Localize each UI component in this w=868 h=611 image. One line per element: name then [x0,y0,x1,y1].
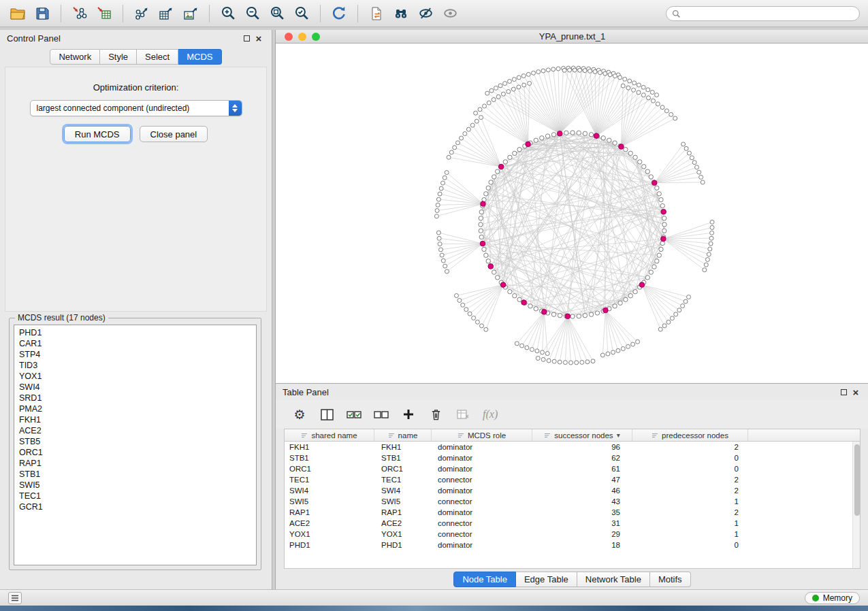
zoom-out-icon[interactable] [240,3,265,24]
network-leaf-node[interactable] [492,98,496,102]
network-leaf-node[interactable] [530,348,534,352]
network-node[interactable] [545,134,549,138]
network-leaf-node[interactable] [496,95,500,99]
close-table-panel-icon[interactable]: × [850,386,862,397]
network-leaf-node[interactable] [546,68,550,72]
column-header-MCDS-role[interactable]: MCDS role [432,429,532,441]
criterion-select[interactable]: largest connected component (undirected) [30,100,242,116]
network-node[interactable] [645,169,649,174]
result-list-item[interactable]: SRD1 [14,393,256,403]
network-node[interactable] [662,222,666,227]
network-node[interactable] [577,131,581,135]
network-leaf-node[interactable] [603,71,607,76]
network-leaf-node[interactable] [536,70,541,74]
network-leaf-node[interactable] [551,67,556,71]
network-leaf-node[interactable] [611,350,615,354]
network-leaf-node[interactable] [470,123,475,127]
network-leaf-node[interactable] [662,324,666,328]
network-node[interactable] [508,290,512,294]
tab-motifs[interactable]: Motifs [650,572,691,587]
network-leaf-node[interactable] [704,263,708,267]
network-leaf-node[interactable] [441,181,445,185]
table-row[interactable]: TEC1TEC1connector472 [285,474,852,485]
network-leaf-node[interactable] [670,316,674,320]
network-dominator-node[interactable] [652,180,658,186]
network-leaf-node[interactable] [677,308,681,312]
open-file-icon[interactable] [5,3,30,24]
tab-edge-table[interactable]: Edge Table [516,572,577,587]
network-node[interactable] [607,138,611,142]
network-node[interactable] [496,276,500,280]
network-node[interactable] [503,160,507,164]
network-leaf-node[interactable] [695,165,699,169]
network-leaf-node[interactable] [535,349,539,353]
network-leaf-node[interactable] [699,175,703,179]
network-leaf-node[interactable] [457,299,462,303]
network-node[interactable] [513,151,517,155]
network-leaf-node[interactable] [489,88,494,93]
network-leaf-node[interactable] [636,340,640,344]
network-node[interactable] [613,141,617,145]
network-leaf-node[interactable] [637,90,641,95]
show-columns-icon[interactable] [319,409,334,420]
network-leaf-node[interactable] [650,90,654,95]
network-leaf-node[interactable] [479,116,483,120]
network-leaf-node[interactable] [494,86,498,90]
network-node[interactable] [662,229,666,233]
network-leaf-node[interactable] [441,259,445,263]
result-list-item[interactable]: ACE2 [14,425,256,436]
network-node[interactable] [540,136,544,140]
network-leaf-node[interactable] [460,136,464,140]
export-table-icon[interactable] [154,3,178,24]
network-node[interactable] [570,131,575,135]
network-leaf-node[interactable] [709,242,713,246]
network-leaf-node[interactable] [558,360,562,364]
panel-menu-icon[interactable] [8,592,22,604]
network-leaf-node[interactable] [710,220,714,224]
network-leaf-node[interactable] [475,320,479,324]
network-leaf-node[interactable] [501,92,505,96]
network-node[interactable] [628,151,632,155]
network-leaf-node[interactable] [664,109,669,113]
network-node[interactable] [558,314,562,318]
table-row[interactable]: SWI4SWI4dominator462 [285,485,852,496]
network-leaf-node[interactable] [503,82,507,86]
network-leaf-node[interactable] [626,86,630,90]
network-leaf-node[interactable] [453,146,457,150]
network-leaf-node[interactable] [591,359,595,363]
table-row[interactable]: ACE2ACE2connector311 [285,518,852,529]
network-leaf-node[interactable] [517,85,521,89]
network-leaf-node[interactable] [687,151,691,155]
tab-mcds[interactable]: MCDS [178,49,221,65]
network-leaf-node[interactable] [436,231,440,235]
network-node[interactable] [638,160,642,164]
column-header-shared-name[interactable]: shared name [285,429,374,441]
network-leaf-node[interactable] [475,119,479,123]
network-dominator-node[interactable] [619,144,624,150]
network-node[interactable] [655,186,659,190]
network-leaf-node[interactable] [445,171,449,175]
network-node[interactable] [484,253,488,257]
result-list-item[interactable]: STB1 [14,469,256,480]
network-leaf-node[interactable] [507,90,511,94]
network-node[interactable] [660,203,664,208]
result-list-item[interactable]: GCR1 [14,501,256,512]
network-leaf-node[interactable] [526,72,530,76]
network-leaf-node[interactable] [628,79,632,83]
network-leaf-node[interactable] [541,350,545,354]
network-node[interactable] [595,311,599,315]
result-list-item[interactable]: YOX1 [14,371,256,382]
table-settings-gear-icon[interactable]: ⚙ [292,408,307,421]
save-session-icon[interactable] [30,3,54,24]
network-leaf-node[interactable] [593,69,597,73]
search-input[interactable] [684,9,854,18]
tab-network[interactable]: Network [50,49,100,65]
network-leaf-node[interactable] [656,102,660,106]
result-list-item[interactable]: TID3 [14,360,256,371]
result-list-item[interactable]: ORC1 [14,447,256,458]
network-leaf-node[interactable] [455,294,459,298]
network-leaf-node[interactable] [449,150,453,154]
network-leaf-node[interactable] [528,82,532,86]
result-list-item[interactable]: STP4 [14,349,256,360]
network-leaf-node[interactable] [463,132,467,136]
